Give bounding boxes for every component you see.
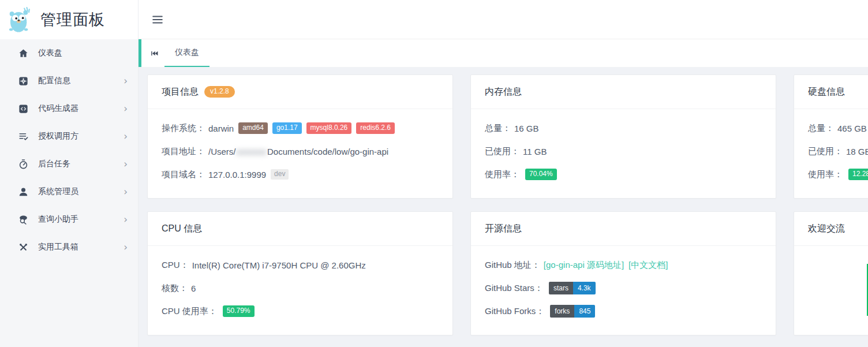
card-welcome: 欢迎交流 (794, 211, 868, 335)
row-label: CPU 使用率： (162, 306, 217, 317)
user-icon (17, 186, 29, 197)
shield-value: 4.3k (573, 282, 596, 295)
card-body: CPU： Intel(R) Core(TM) i7-9750H CPU @ 2.… (148, 246, 452, 323)
row-cpu-model: CPU： Intel(R) Core(TM) i7-9750H CPU @ 2.… (162, 253, 439, 277)
home-icon (17, 47, 29, 59)
sidebar-item-query-assistant[interactable]: 查询小助手 › (0, 206, 138, 233)
row-mem-usage: 使用率： 70.04% (485, 163, 762, 186)
cpu-model-value: Intel(R) Core(TM) i7-9750H CPU @ 2.60GHz (192, 260, 366, 270)
sidebar-item-label: 后台任务 (38, 159, 124, 169)
card-title: CPU 信息 (162, 223, 202, 235)
sidebar-item-background-tasks[interactable]: 后台任务 › (0, 150, 138, 178)
sidebar-item-config[interactable]: 配置信息 › (0, 67, 138, 95)
disk-total-value: 465 GB (837, 124, 867, 133)
card-title: 欢迎交流 (808, 223, 845, 235)
mem-usage-badge: 70.04% (525, 169, 557, 180)
sidebar-item-authorized-callers[interactable]: 授权调用方 › (0, 122, 138, 150)
sidebar-item-toolbox[interactable]: 实用工具箱 › (0, 233, 138, 261)
shield-label: forks (550, 305, 574, 318)
skip-back-icon[interactable] (144, 39, 164, 67)
card-project-info: 项目信息 v1.2.8 操作系统： darwin amd64 go1.17 my… (147, 74, 453, 199)
row-os: 操作系统： darwin amd64 go1.17 mysql8.0.26 re… (162, 117, 439, 140)
row-label: GitHub 地址： (485, 260, 540, 271)
chevron-right-icon: › (124, 104, 128, 114)
env-badge: dev (271, 169, 289, 180)
list-check-icon (17, 130, 29, 142)
chevron-right-icon: › (124, 187, 128, 197)
code-box-icon (17, 103, 29, 114)
app-title: 管理面板 (40, 9, 105, 30)
path-prefix: /Users/ (208, 147, 236, 156)
row-label: 总量： (808, 123, 834, 134)
cpu-cores-value: 6 (191, 283, 196, 293)
card-cpu-info: CPU 信息 CPU： Intel(R) Core(TM) i7-9750H C… (147, 211, 453, 335)
card-body: GitHub 地址： [go-gin-api 源码地址] [中文文档] GitH… (471, 246, 776, 323)
mem-total-value: 16 GB (514, 124, 539, 133)
logo-area: 管理面板 (0, 0, 138, 39)
card-title: 项目信息 (162, 86, 199, 98)
card-body: 总量： 465 GB 已使用： 18 GB 使用率： 12.28% (794, 109, 868, 186)
row-project-path: 项目地址： /Users/ xxxxxxx Documents/code/low… (162, 140, 439, 163)
row-label: GitHub Stars： (485, 283, 543, 294)
card-header: 内存信息 (471, 75, 776, 109)
source-repo-link[interactable]: [go-gin-api 源码地址] (544, 260, 624, 271)
card-body: 总量： 16 GB 已使用： 11 GB 使用率： 70.04% (471, 109, 776, 186)
card-memory-info: 内存信息 总量： 16 GB 已使用： 11 GB 使用率： (470, 74, 776, 199)
card-header: CPU 信息 (148, 212, 452, 246)
forks-shield-badge: forks 845 (550, 305, 595, 318)
row-github-address: GitHub 地址： [go-gin-api 源码地址] [中文文档] (485, 253, 762, 277)
card-body (794, 246, 868, 253)
disk-used-value: 18 GB (846, 147, 868, 156)
sidebar-item-label: 授权调用方 (38, 131, 124, 141)
settings-box-icon (17, 75, 29, 87)
topbar (139, 0, 868, 39)
main-column: 仪表盘 项目信息 v1.2.8 操作系统： darwin amd64 (139, 0, 868, 347)
row-label: 项目域名： (162, 169, 205, 180)
gopher-mascot-icon (7, 6, 33, 33)
chevron-right-icon: › (124, 76, 128, 86)
row-label: 已使用： (485, 146, 519, 157)
sidebar-item-system-admin[interactable]: 系统管理员 › (0, 178, 138, 206)
card-header: 开源信息 (471, 212, 776, 246)
row-cpu-cores: 核数： 6 (162, 277, 439, 300)
arch-badge: amd64 (238, 122, 268, 134)
mem-used-value: 11 GB (523, 147, 547, 156)
content-area: 项目信息 v1.2.8 操作系统： darwin amd64 go1.17 my… (139, 67, 868, 347)
sidebar-item-label: 代码生成器 (38, 103, 124, 114)
tools-icon (17, 241, 29, 253)
row-label: GitHub Forks： (485, 306, 544, 317)
tab-label: 仪表盘 (175, 47, 199, 58)
tab-bar: 仪表盘 (139, 39, 868, 67)
path-suffix: Documents/code/low/go-gin-api (267, 147, 388, 156)
version-badge: v1.2.8 (204, 86, 235, 98)
tab-dashboard[interactable]: 仪表盘 (164, 39, 209, 67)
sidebar-item-dashboard[interactable]: 仪表盘 (0, 39, 138, 67)
path-redacted: xxxxxxx (237, 147, 267, 156)
sidebar-item-label: 配置信息 (38, 76, 124, 86)
row-label: 总量： (485, 123, 511, 134)
sidebar-item-label: 系统管理员 (38, 186, 124, 197)
sidebar-item-label: 仪表盘 (38, 48, 128, 58)
card-title: 硬盘信息 (808, 86, 845, 98)
row-label: 使用率： (808, 169, 843, 180)
row-mem-total: 总量： 16 GB (485, 117, 762, 140)
row-project-domain: 项目域名： 127.0.0.1:9999 dev (162, 163, 439, 186)
redis-badge: redis6.2.6 (356, 122, 395, 134)
sidebar-item-codegen[interactable]: 代码生成器 › (0, 95, 138, 122)
card-title: 内存信息 (485, 86, 522, 98)
row-label: 核数： (162, 283, 188, 294)
stars-shield-badge: stars 4.3k (549, 282, 596, 295)
chinese-docs-link[interactable]: [中文文档] (628, 260, 668, 271)
card-opensource-info: 开源信息 GitHub 地址： [go-gin-api 源码地址] [中文文档]… (470, 211, 776, 335)
row-github-forks: GitHub Forks： forks 845 (485, 300, 762, 323)
row-cpu-usage: CPU 使用率： 50.79% (162, 300, 439, 323)
app-root: 管理面板 仪表盘 配置信息 › 代码生成器 › (0, 0, 868, 347)
mysql-badge: mysql8.0.26 (306, 122, 352, 134)
row-disk-total: 总量： 465 GB (808, 117, 868, 140)
row-label: 使用率： (485, 169, 519, 180)
search-assistant-icon (17, 214, 29, 225)
hamburger-icon[interactable] (150, 12, 165, 27)
row-github-stars: GitHub Stars： stars 4.3k (485, 277, 762, 300)
sidebar-item-label: 查询小助手 (38, 214, 124, 225)
chevron-right-icon: › (124, 132, 128, 141)
